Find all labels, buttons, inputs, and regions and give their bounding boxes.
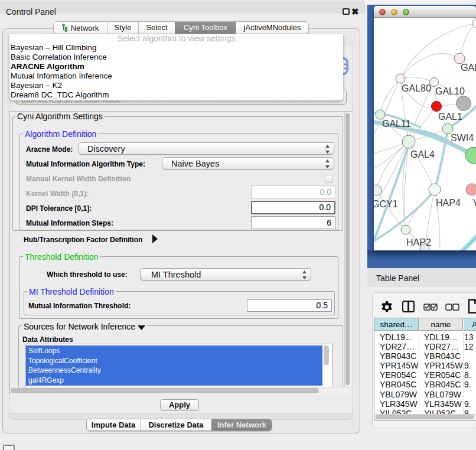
svg-text:GAL: GAL bbox=[461, 63, 476, 73]
svg-text:GAL10: GAL10 bbox=[435, 86, 465, 96]
svg-text:GAL1: GAL1 bbox=[438, 112, 462, 122]
svg-text:Y: Y bbox=[472, 198, 476, 208]
svg-text:HAP2: HAP2 bbox=[406, 237, 431, 247]
svg-text:SWI4: SWI4 bbox=[451, 133, 474, 143]
svg-text:HAP4: HAP4 bbox=[436, 198, 461, 208]
svg-text:GAL11: GAL11 bbox=[382, 119, 411, 129]
svg-text:GCY1: GCY1 bbox=[374, 199, 398, 209]
svg-text:GAL4: GAL4 bbox=[410, 149, 435, 159]
svg-text:GAL80: GAL80 bbox=[402, 83, 431, 93]
